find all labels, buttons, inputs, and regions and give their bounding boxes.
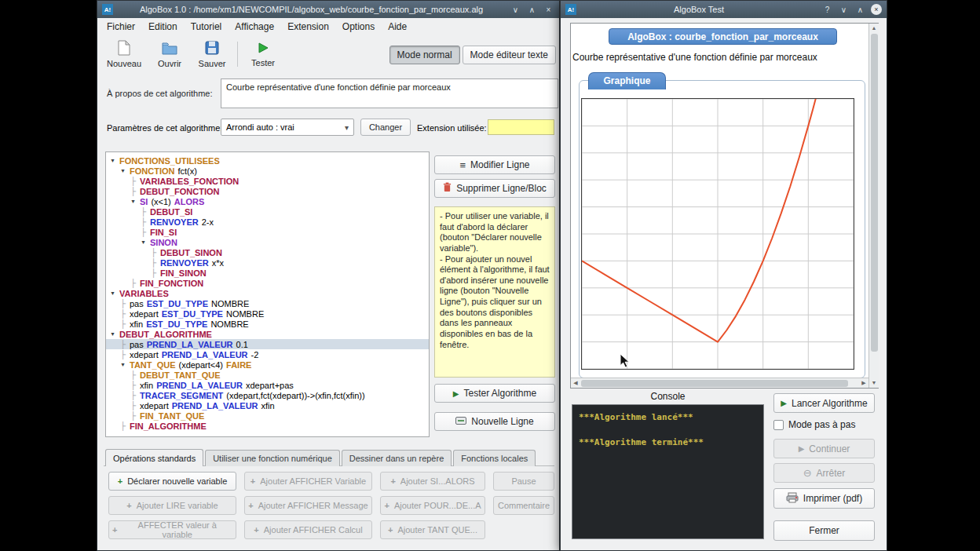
continuer-button[interactable]: ▶ Continuer	[773, 439, 875, 458]
tester-algorithme-button[interactable]: ▶ Tester Algorithme	[434, 384, 555, 403]
expand-arrow-icon[interactable]: ▼	[110, 290, 119, 296]
ouvrir-button[interactable]: Ouvrir	[152, 38, 187, 70]
menu-options[interactable]: Options	[342, 21, 375, 32]
tree-row[interactable]: ├FIN_SINON	[106, 268, 429, 278]
tree-row[interactable]: ├RENVOYER2-x	[106, 217, 429, 227]
expand-arrow-icon[interactable]: ▼	[120, 362, 130, 367]
tester-button[interactable]: Tester	[246, 39, 280, 69]
tree-connector: ├	[130, 370, 140, 379]
mode-pas-checkbox[interactable]	[773, 420, 784, 430]
lancer-label: Lancer Algorithme	[792, 398, 868, 409]
test-titlebar[interactable]: A! AlgoBox Test ? ∨ ∧ ×	[561, 1, 887, 18]
tree-row[interactable]: ├xdepartEST_DU_TYPENOMBRE	[106, 308, 429, 319]
button-ajouter-afficher-calcul[interactable]: +Ajouter AFFICHER Calcul	[244, 520, 372, 539]
button-declarer-nouvelle-variable[interactable]: +Déclarer nouvelle variable	[108, 472, 236, 491]
extension-input[interactable]	[488, 119, 554, 135]
tree-row[interactable]: ├VARIABLES_FONCTION	[106, 176, 429, 186]
minimize-icon[interactable]: ∨	[838, 5, 850, 14]
scroll-up-icon[interactable]: ▲	[869, 24, 879, 33]
supprimer-ligne-button[interactable]: Supprimer Ligne/Bloc	[434, 179, 555, 198]
tree-row[interactable]: ├FIN_FONCTION	[106, 278, 429, 288]
button-pause[interactable]: Pause	[493, 472, 554, 491]
close-icon[interactable]: ×	[871, 4, 882, 15]
tree-token: FIN_TANT_QUE	[140, 411, 204, 421]
tab-utiliser-une-fonction-numerique[interactable]: Utiliser une fonction numérique	[205, 450, 340, 466]
help-icon[interactable]: ?	[821, 5, 833, 14]
button-ajouter-afficher-message[interactable]: +Ajouter AFFICHER Message	[244, 496, 372, 515]
tree-row[interactable]: ▼DEBUT_ALGORITHME	[106, 329, 429, 339]
scroll-left-icon[interactable]: ◀	[571, 380, 580, 386]
changer-button[interactable]: Changer	[360, 119, 411, 136]
tree-row[interactable]: ├RENVOYERx*x	[106, 257, 429, 268]
minimize-icon[interactable]: ∨	[510, 5, 521, 14]
tree-row[interactable]: ▼SINON	[106, 237, 429, 247]
menu-affichage[interactable]: Affichage	[235, 21, 274, 32]
modifier-ligne-button[interactable]: ≡ Modifier Ligne	[434, 155, 555, 174]
mode-normal-button[interactable]: Mode normal	[389, 46, 460, 64]
expand-arrow-icon[interactable]: ▼	[110, 158, 119, 163]
button-ajouter-pour-de-a[interactable]: +Ajouter POUR...DE...A	[380, 496, 485, 515]
expand-arrow-icon[interactable]: ▼	[141, 239, 150, 245]
tree-row[interactable]: ▼SI(x<1)ALORS	[106, 196, 429, 206]
scrollbar-thumb[interactable]	[871, 34, 878, 352]
mode-pas-a-pas-option[interactable]: Mode pas à pas	[773, 419, 855, 430]
tab-operations-standards[interactable]: Opérations standards	[105, 449, 203, 466]
button-ajouter-lire-variable[interactable]: +Ajouter LIRE variable	[108, 496, 236, 515]
menu-tutoriel[interactable]: Tutoriel	[191, 21, 222, 32]
tree-row[interactable]: ├FIN_ALGORITHME	[106, 421, 429, 431]
tree-row[interactable]: ▼VARIABLES	[106, 288, 429, 298]
algorithm-tree[interactable]: ▼FONCTIONS_UTILISEES▼FONCTIONfct(x)├VARI…	[105, 151, 430, 437]
maximize-icon[interactable]: ∧	[854, 5, 866, 14]
tree-row[interactable]: ├FIN_TANT_QUE	[106, 411, 429, 421]
maximize-icon[interactable]: ∧	[526, 5, 538, 14]
tree-row[interactable]: ├FIN_SI	[106, 227, 429, 237]
menu-edition[interactable]: Edition	[148, 21, 177, 32]
button-ajouter-si-alors[interactable]: +Ajouter SI...ALORS	[380, 472, 485, 491]
horizontal-scrollbar[interactable]: ◀ ▶	[571, 378, 868, 388]
close-icon[interactable]: ×	[543, 5, 554, 14]
nouveau-button[interactable]: Nouveau	[104, 38, 144, 70]
sauver-button[interactable]: Sauver	[195, 38, 229, 70]
button-ajouter-tant-que[interactable]: +Ajouter TANT QUE...	[380, 520, 485, 539]
scrollbar-thumb[interactable]	[581, 380, 848, 387]
lancer-algorithme-button[interactable]: ▶ Lancer Algorithme	[773, 393, 875, 413]
button-affecter-valeur-a-variable[interactable]: +AFFECTER valeur à variable	[108, 520, 236, 539]
arrondi-combobox[interactable]: Arrondi auto : vrai ▾	[221, 119, 354, 136]
tree-row[interactable]: ▼TANT_QUE(xdepart<4)FAIRE	[106, 359, 429, 370]
tab-dessiner-dans-un-repere[interactable]: Dessiner dans un repère	[342, 450, 452, 466]
tree-row[interactable]: ├pasEST_DU_TYPENOMBRE	[106, 298, 429, 308]
menu-extension[interactable]: Extension	[287, 21, 329, 32]
fermer-button[interactable]: Fermer	[773, 520, 875, 541]
scroll-right-icon[interactable]: ▶	[859, 380, 868, 386]
tree-row[interactable]: ├DEBUT_TANT_QUE	[106, 370, 429, 380]
tree-row[interactable]: ├DEBUT_SI	[106, 206, 429, 217]
expand-arrow-icon[interactable]: ▼	[120, 168, 130, 173]
scroll-down-icon[interactable]: ▼	[869, 378, 879, 388]
expand-arrow-icon[interactable]: ▼	[110, 331, 119, 337]
button-commentaire[interactable]: Commentaire	[493, 496, 554, 515]
tree-row[interactable]: ├xfinPREND_LA_VALEURxdepart+pas	[106, 380, 429, 390]
tree-row[interactable]: ├xdepartPREND_LA_VALEUR-2	[106, 349, 429, 359]
tree-row[interactable]: ├pasPREND_LA_VALEUR0.1	[106, 339, 429, 349]
about-description-field[interactable]: Courbe représentative d'une fonction déf…	[221, 78, 558, 108]
tree-row[interactable]: ▼FONCTIONfct(x)	[106, 166, 429, 176]
tab-graphique[interactable]: Graphique	[588, 72, 666, 89]
imprimer-pdf-button[interactable]: Imprimer (pdf)	[773, 488, 875, 509]
plus-icon: +	[126, 501, 131, 510]
tree-row[interactable]: ├xdepartPREND_LA_VALEURxfin	[106, 400, 429, 411]
tree-row[interactable]: ├TRACER_SEGMENT(xdepart,fct(xdepart))->(…	[106, 390, 429, 400]
arreter-button[interactable]: ⊖ Arrêter	[773, 463, 875, 483]
nouvelle-ligne-button[interactable]: Nouvelle Ligne	[434, 412, 555, 431]
main-titlebar[interactable]: A! AlgoBox 1.0 : /home/xm1/NEWCOMPIL/alg…	[97, 1, 559, 18]
expand-arrow-icon[interactable]: ▼	[130, 199, 140, 204]
button-ajouter-afficher-variable[interactable]: +Ajouter AFFICHER Variable	[244, 472, 372, 491]
tree-row[interactable]: ├DEBUT_SINON	[106, 247, 429, 257]
tree-row[interactable]: ├DEBUT_FONCTION	[106, 186, 429, 196]
menu-aide[interactable]: Aide	[388, 21, 407, 32]
tree-row[interactable]: ▼FONCTIONS_UTILISEES	[106, 155, 429, 166]
tab-fonctions-locales[interactable]: Fonctions locales	[453, 450, 536, 466]
mode-editeur-texte-button[interactable]: Mode éditeur texte	[463, 46, 556, 64]
menu-fichier[interactable]: Fichier	[107, 21, 135, 32]
tree-row[interactable]: ├xfinEST_DU_TYPENOMBRE	[106, 319, 429, 329]
vertical-scrollbar[interactable]: ▲ ▼	[868, 24, 879, 388]
